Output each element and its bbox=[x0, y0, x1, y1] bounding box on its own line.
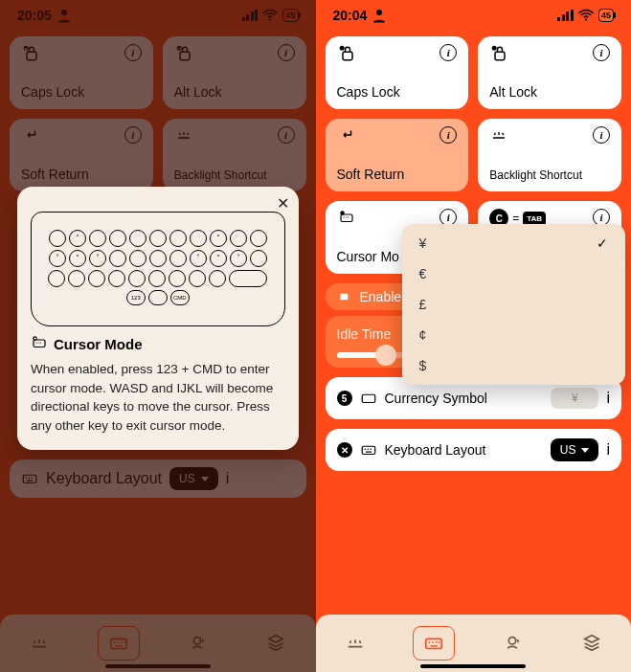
cursor-mode-icon bbox=[337, 209, 356, 230]
person-icon bbox=[371, 7, 388, 24]
svg-point-48 bbox=[439, 641, 440, 643]
tile-label: Alt Lock bbox=[489, 84, 610, 100]
enable-label: Enable bbox=[360, 289, 402, 304]
svg-rect-39 bbox=[362, 446, 375, 454]
tab-keyboard[interactable] bbox=[413, 626, 455, 661]
cursor-mode-modal: ✕ ˄˄ ˂˅˃˂˅˃ 123CMD ✦ Cursor Mode When en… bbox=[17, 187, 299, 450]
cursor-mode-icon: ✦ bbox=[31, 334, 48, 354]
info-icon[interactable]: i bbox=[439, 126, 457, 144]
tile-caps-lock[interactable]: i Caps Lock bbox=[326, 36, 469, 109]
popover-item[interactable]: £ bbox=[402, 289, 626, 320]
tile-label: Backlight Shortcut bbox=[489, 168, 610, 182]
svg-point-40 bbox=[364, 449, 366, 451]
lock-icon bbox=[489, 44, 510, 67]
cellular-icon bbox=[557, 10, 574, 21]
backlight-icon bbox=[489, 126, 508, 147]
svg-rect-38 bbox=[362, 394, 375, 402]
modal-title: Cursor Mode bbox=[54, 336, 143, 352]
status-bar: 20:04 45 bbox=[316, 0, 632, 29]
idle-label: Idle Time bbox=[337, 326, 392, 342]
battery-icon: 45 bbox=[598, 9, 614, 22]
popover-item[interactable]: € bbox=[402, 258, 626, 289]
keyboard-layout-row[interactable]: ✕ Keyboard Layout US i bbox=[326, 429, 622, 471]
svg-rect-13 bbox=[34, 340, 45, 347]
svg-rect-30 bbox=[495, 52, 505, 59]
svg-rect-44 bbox=[426, 638, 442, 648]
close-icon[interactable]: ✕ bbox=[277, 194, 289, 213]
svg-point-46 bbox=[432, 641, 434, 643]
tab-bar bbox=[316, 615, 632, 672]
wifi-icon bbox=[577, 7, 595, 24]
svg-point-27 bbox=[585, 18, 587, 20]
popover-item[interactable]: ¢ bbox=[402, 320, 626, 350]
currency-select[interactable]: ¥ bbox=[551, 388, 598, 409]
svg-point-15 bbox=[38, 342, 39, 343]
svg-point-42 bbox=[370, 449, 372, 451]
svg-point-35 bbox=[347, 216, 348, 217]
popover-item[interactable]: $ bbox=[402, 350, 626, 381]
badge-x: ✕ bbox=[337, 442, 352, 458]
svg-rect-28 bbox=[343, 52, 352, 59]
svg-rect-32 bbox=[341, 214, 352, 222]
popover-item-label: ¢ bbox=[419, 327, 427, 343]
popover-item-label: £ bbox=[419, 297, 427, 312]
check-icon: ✓ bbox=[597, 235, 608, 251]
tile-soft-return[interactable]: i Soft Return bbox=[326, 119, 469, 191]
home-indicator bbox=[420, 664, 526, 668]
currency-popover: ¥ ✓ € £ ¢ $ bbox=[402, 224, 626, 385]
chevron-down-icon bbox=[581, 448, 589, 453]
popover-item-label: € bbox=[419, 266, 427, 281]
tile-label: Caps Lock bbox=[337, 84, 458, 100]
svg-point-41 bbox=[367, 449, 369, 451]
return-icon bbox=[337, 126, 356, 147]
svg-point-26 bbox=[376, 10, 382, 15]
svg-rect-37 bbox=[340, 294, 348, 301]
battery-small-icon bbox=[337, 289, 352, 304]
popover-item-label: $ bbox=[419, 358, 427, 373]
info-icon[interactable]: i bbox=[606, 441, 610, 459]
tile-label: Soft Return bbox=[337, 167, 458, 182]
row-label: Keyboard Layout bbox=[385, 442, 543, 458]
tile-backlight-shortcut[interactable]: i Backlight Shortcut bbox=[478, 119, 621, 191]
info-icon[interactable]: i bbox=[606, 390, 610, 407]
slider-thumb[interactable] bbox=[375, 345, 396, 366]
svg-point-14 bbox=[35, 342, 36, 343]
svg-point-36 bbox=[340, 211, 345, 215]
popover-item-label: ¥ bbox=[419, 235, 427, 251]
svg-point-29 bbox=[339, 46, 344, 51]
tab-stack[interactable] bbox=[571, 626, 613, 661]
keyboard-icon bbox=[360, 390, 377, 407]
modal-body: When enabled, press 123 + CMD to enter c… bbox=[31, 360, 285, 435]
layout-select[interactable]: US bbox=[551, 438, 599, 461]
svg-point-33 bbox=[343, 216, 344, 217]
svg-point-31 bbox=[492, 46, 497, 51]
svg-rect-49 bbox=[430, 645, 437, 646]
info-icon[interactable]: i bbox=[593, 126, 610, 144]
tab-sync[interactable] bbox=[491, 626, 533, 661]
row-label: Currency Symbol bbox=[385, 391, 544, 406]
popover-item[interactable]: ¥ ✓ bbox=[402, 228, 626, 258]
badge-5: 5 bbox=[337, 391, 352, 406]
svg-point-16 bbox=[40, 342, 41, 343]
status-time: 20:04 bbox=[333, 8, 368, 23]
info-icon[interactable]: i bbox=[593, 44, 610, 61]
tile-alt-lock[interactable]: i Alt Lock bbox=[478, 36, 621, 109]
svg-point-34 bbox=[345, 216, 346, 217]
keyboard-diagram: ˄˄ ˂˅˃˂˅˃ 123CMD bbox=[31, 212, 285, 326]
keyboard-icon bbox=[360, 441, 377, 459]
svg-rect-43 bbox=[366, 452, 372, 453]
svg-point-50 bbox=[509, 638, 516, 644]
svg-point-45 bbox=[429, 641, 431, 643]
tab-backlight[interactable] bbox=[334, 626, 376, 661]
svg-point-47 bbox=[436, 641, 438, 643]
info-icon[interactable]: i bbox=[439, 44, 457, 61]
lock-icon bbox=[337, 44, 358, 67]
